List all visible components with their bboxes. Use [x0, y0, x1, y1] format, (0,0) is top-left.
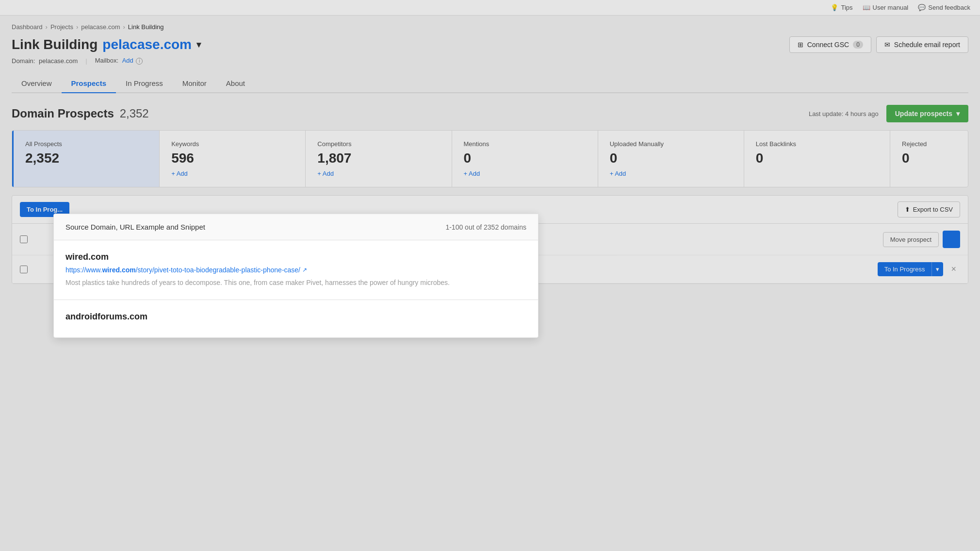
- popup-panel: Source Domain, URL Example and Snippet 1…: [53, 214, 539, 292]
- popup-overlay: Source Domain, URL Example and Snippet 1…: [0, 0, 980, 292]
- popup-header-title: Source Domain, URL Example and Snippet: [65, 223, 205, 231]
- popup-domain-name-1: wired.com: [65, 252, 526, 262]
- popup-domain-snippet-1: Most plastics take hundreds of years to …: [65, 278, 526, 288]
- popup-header-count: 1-100 out of 2352 domains: [445, 223, 526, 231]
- popup-domain-url-1: https://www.wired.com/story/pivet-toto-t…: [65, 266, 526, 274]
- external-link-icon-1[interactable]: ↗: [302, 267, 307, 273]
- popup-url-link-1[interactable]: https://www.wired.com/story/pivet-toto-t…: [65, 266, 300, 274]
- popup-entry-1: wired.com https://www.wired.com/story/pi…: [54, 240, 538, 292]
- popup-header: Source Domain, URL Example and Snippet 1…: [54, 214, 538, 240]
